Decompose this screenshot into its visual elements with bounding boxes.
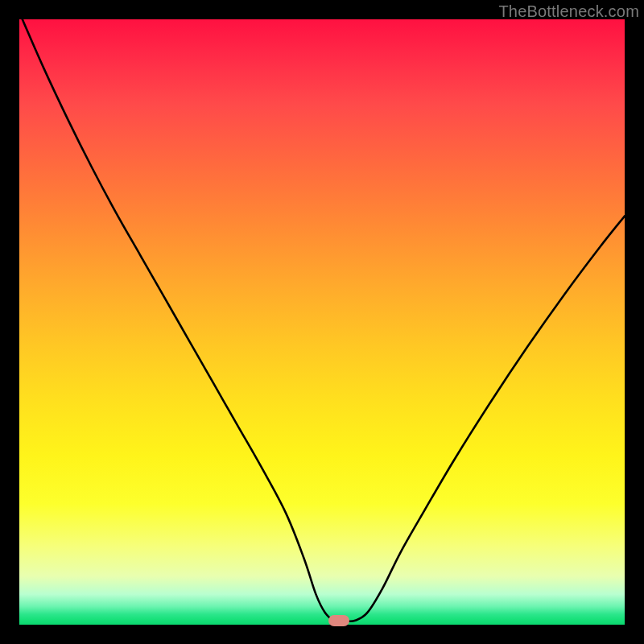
chart-frame: TheBottleneck.com [0,0,644,644]
plot-area [19,19,625,625]
optimum-marker [328,615,349,626]
bottleneck-curve [19,19,625,625]
watermark-text: TheBottleneck.com [498,2,639,21]
